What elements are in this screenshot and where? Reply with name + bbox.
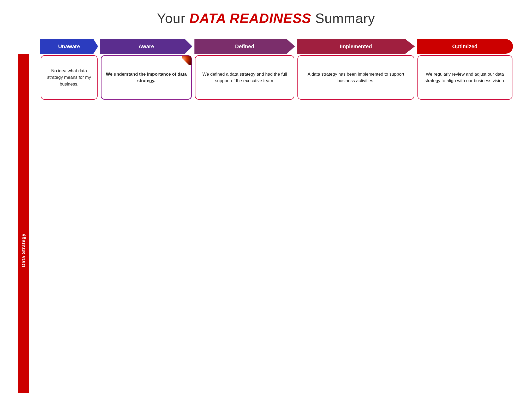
cell-text-0-0: No idea what data strategy means for my … (45, 68, 93, 88)
table-body: Data StrategyNo idea what data strategy … (18, 54, 514, 393)
cell-text-0-4: We regularly review and adjust our data … (422, 71, 508, 84)
header-row: Unaware Aware Defined Implemented (18, 39, 514, 54)
arrow-defined: Defined (194, 39, 295, 54)
body-row-0: Data StrategyNo idea what data strategy … (18, 54, 514, 393)
data-cell-0-3: A data strategy has been implemented to … (296, 54, 416, 393)
col-header-aware: Aware (99, 39, 193, 54)
arrow-aware: Aware (100, 39, 192, 54)
data-cell-0-2: We defined a data strategy and had the f… (193, 54, 296, 393)
row-label-cell-0: Data Strategy (18, 54, 39, 393)
data-cell-0-4: We regularly review and adjust our data … (416, 54, 514, 393)
data-cell-0-1: We understand the importance of data str… (99, 54, 193, 393)
col-header-defined: Defined (193, 39, 296, 54)
row-label-0: Data Strategy (18, 54, 29, 393)
page-title: Your DATA READINESS Summary (157, 10, 375, 26)
cell-text-0-2: We defined a data strategy and had the f… (200, 71, 290, 84)
col-header-unaware: Unaware (39, 39, 99, 54)
col-header-optimized: Optimized (416, 39, 514, 54)
col-header-implemented: Implemented (296, 39, 416, 54)
arrow-implemented: Implemented (297, 39, 415, 54)
matrix-table: Unaware Aware Defined Implemented (18, 39, 514, 393)
matrix-container: Unaware Aware Defined Implemented (18, 39, 514, 393)
header-spacer (18, 39, 39, 54)
arrow-optimized: Optimized (417, 39, 513, 54)
corner-gem-0-1 (182, 56, 192, 65)
cell-text-0-3: A data strategy has been implemented to … (302, 71, 410, 84)
data-cell-0-0: No idea what data strategy means for my … (39, 54, 99, 393)
cell-text-0-1: We understand the importance of data str… (106, 71, 187, 84)
arrow-unaware: Unaware (40, 39, 98, 54)
